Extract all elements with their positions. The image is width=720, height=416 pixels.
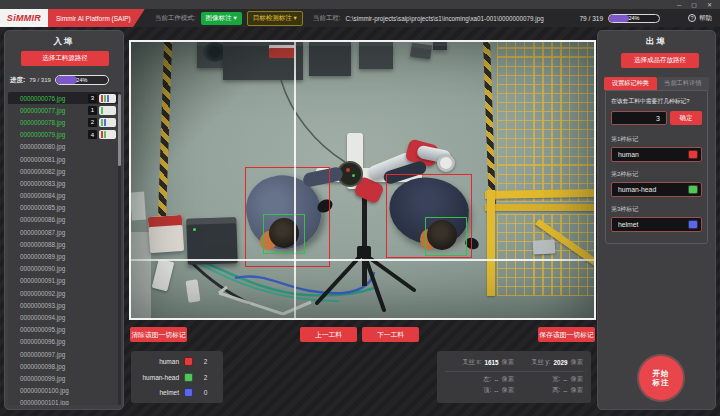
help-button[interactable]: ? 帮助 — [688, 14, 712, 23]
file-item[interactable]: 0000000097.jpg — [8, 348, 119, 360]
mark-type-input[interactable]: human — [611, 147, 702, 162]
select-source-path-button[interactable]: 选择工料源路径 — [21, 51, 109, 66]
annotation-canvas[interactable] — [129, 40, 596, 320]
file-item[interactable]: 0000000093.jpg — [8, 299, 119, 311]
file-item[interactable]: 0000000096.jpg — [8, 336, 119, 348]
file-item[interactable]: 0000000099.jpg — [8, 372, 119, 384]
file-item[interactable]: 00000000101.jpg — [8, 397, 119, 405]
mark-color-swatch[interactable] — [688, 185, 698, 194]
crosshair-y-label: 叉丝 y: — [531, 358, 550, 367]
file-item[interactable]: 0000000086.jpg — [8, 214, 119, 226]
pixel-unit: 像素 — [570, 358, 583, 367]
file-item[interactable]: 0000000079.jpg4 — [8, 129, 119, 141]
bbox-human-head-left[interactable] — [263, 214, 305, 254]
crosshair-x-value: 1615 — [484, 359, 498, 366]
file-item[interactable]: 0000000087.jpg — [8, 226, 119, 238]
tab-current-item-detail[interactable]: 当前工料详情 — [657, 77, 710, 90]
file-item[interactable]: 0000000091.jpg — [8, 275, 119, 287]
file-item[interactable]: 0000000083.jpg — [8, 177, 119, 189]
legend-row: helmet0 — [136, 386, 218, 399]
file-name: 0000000096.jpg — [20, 338, 116, 345]
select-output-path-button[interactable]: 选择成品存放路径 — [621, 53, 699, 68]
detection-annotation-dropdown[interactable]: 目标检测标注 ▾ — [247, 11, 303, 26]
legend-color-swatch — [184, 388, 193, 397]
file-item[interactable]: 0000000098.jpg — [8, 360, 119, 372]
crosshair-y-value: 2029 — [553, 359, 567, 366]
file-item[interactable]: 0000000090.jpg — [8, 263, 119, 275]
mark-type-input[interactable]: helmet — [611, 217, 702, 232]
file-item[interactable]: 0000000084.jpg — [8, 190, 119, 202]
chevron-down-icon: ▾ — [293, 14, 296, 21]
bbox-human-head-right[interactable] — [425, 217, 467, 256]
file-name: 0000000081.jpg — [20, 156, 116, 163]
file-item[interactable]: 0000000092.jpg — [8, 287, 119, 299]
clear-all-marks-button[interactable]: 清除该图一切标记 — [130, 327, 187, 342]
file-mark-colors — [99, 130, 116, 139]
mark-types-box: 在该套工料中需要打几种标记? 3 确定 第1种标记human第2种标记human… — [605, 90, 708, 244]
mark-color-swatch[interactable] — [688, 150, 698, 159]
scrollbar-thumb[interactable] — [118, 94, 121, 166]
file-item[interactable]: 0000000081.jpg — [8, 153, 119, 165]
file-list[interactable]: 0000000076.jpg30000000077.jpg10000000078… — [8, 92, 119, 405]
mark-type-input[interactable]: human-head — [611, 182, 702, 197]
legend-count: 2 — [193, 358, 218, 365]
file-item[interactable]: 0000000077.jpg1 — [8, 104, 119, 116]
question-icon: ? — [688, 14, 696, 22]
app-title-badge: Simmir AI Platform (SAIP) — [48, 9, 145, 27]
outbound-panel-title: 出埠 — [598, 36, 715, 48]
file-list-scrollbar[interactable] — [118, 92, 121, 405]
app-header: SiMMIR Simmir AI Platform (SAIP) 当前工作模式:… — [0, 9, 720, 27]
mark-color-bar — [101, 95, 103, 102]
wall-box — [130, 192, 146, 221]
crosshair-x-label: 叉丝 x: — [462, 358, 481, 367]
maximize-icon[interactable]: ▢ — [691, 2, 697, 8]
legend-count: 2 — [193, 374, 218, 381]
file-name: 0000000095.jpg — [20, 326, 116, 333]
file-name: 0000000094.jpg — [20, 314, 116, 321]
tab-set-mark-types[interactable]: 设置标记种类 — [604, 77, 657, 90]
box-height-label: 高: — [552, 386, 560, 395]
legend-color-swatch — [184, 373, 193, 382]
mark-type-group: 第2种标记human-head — [611, 170, 702, 197]
file-item[interactable]: 0000000080.jpg — [8, 141, 119, 153]
progress-label: 进度: — [10, 76, 25, 85]
image-annotation-dropdown[interactable]: 图像标注 ▾ — [201, 12, 242, 25]
start-annotation-button[interactable]: 开始 标注 — [639, 356, 683, 400]
box-left-value: -- — [494, 376, 498, 383]
mark-type-value: human — [618, 151, 639, 158]
close-icon[interactable]: ✕ — [707, 2, 712, 8]
control-device — [148, 215, 184, 253]
header-progress-counter: 79 / 319 — [580, 15, 604, 22]
file-name: 0000000088.jpg — [20, 241, 116, 248]
mark-color-bar — [104, 119, 106, 126]
file-item[interactable]: 0000000076.jpg3 — [8, 92, 119, 104]
mark-color-swatch[interactable] — [688, 220, 698, 229]
tripod-pole — [362, 188, 367, 286]
minimize-icon[interactable]: ─ — [677, 2, 681, 8]
mark-count-input[interactable]: 3 — [611, 111, 667, 125]
mark-count-question: 在该套工料中需要打几种标记? — [611, 97, 702, 106]
file-item[interactable]: 0000000089.jpg — [8, 250, 119, 262]
box-width-value: -- — [563, 376, 567, 383]
save-all-marks-button[interactable]: 保存该图一切标记 — [538, 327, 595, 342]
file-name: 0000000089.jpg — [20, 253, 116, 260]
pixel-unit: 像素 — [501, 358, 514, 367]
previous-item-button[interactable]: 上一工料 — [300, 327, 357, 342]
file-mark-colors — [99, 106, 116, 115]
progress-counter: 79 / 319 — [29, 77, 51, 83]
file-name: 0000000082.jpg — [20, 168, 116, 175]
file-item[interactable]: 0000000094.jpg — [8, 311, 119, 323]
file-item[interactable]: 0000000078.jpg2 — [8, 116, 119, 128]
file-item[interactable]: 0000000088.jpg — [8, 238, 119, 250]
mark-color-bar — [104, 131, 106, 138]
file-name: 0000000090.jpg — [20, 265, 116, 272]
confirm-button[interactable]: 确定 — [670, 111, 702, 125]
box-width-label: 宽: — [552, 375, 560, 384]
next-item-button[interactable]: 下一工料 — [362, 327, 419, 342]
file-name: 0000000083.jpg — [20, 180, 116, 187]
file-item[interactable]: 0000000085.jpg — [8, 202, 119, 214]
file-item[interactable]: 00000000100.jpg — [8, 385, 119, 397]
file-item[interactable]: 0000000082.jpg — [8, 165, 119, 177]
file-item[interactable]: 0000000095.jpg — [8, 324, 119, 336]
file-mark-count: 2 — [88, 118, 97, 127]
